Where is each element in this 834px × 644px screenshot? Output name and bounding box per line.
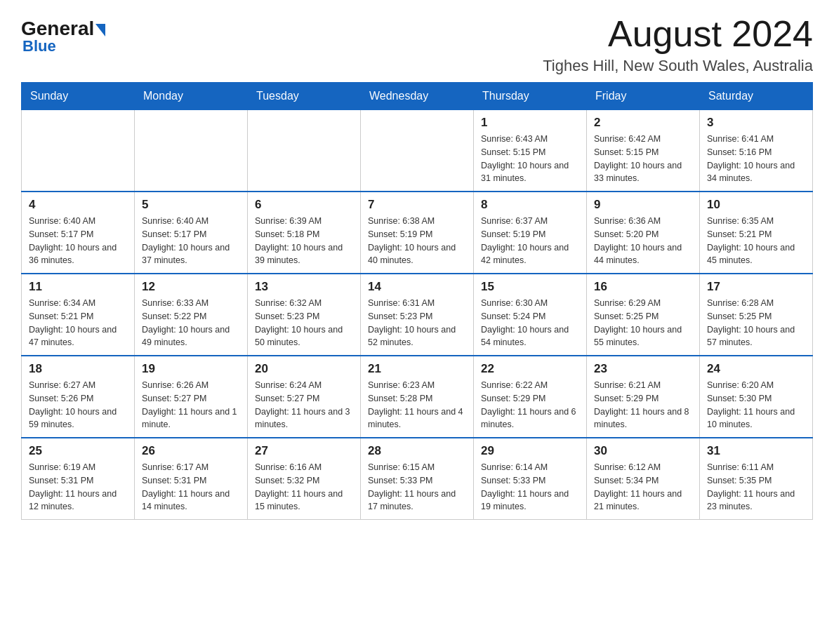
calendar-cell: 13Sunrise: 6:32 AM Sunset: 5:23 PM Dayli… [248, 274, 361, 356]
day-number: 23 [594, 362, 692, 376]
day-info: Sunrise: 6:19 AM Sunset: 5:31 PM Dayligh… [29, 461, 127, 514]
calendar-cell: 9Sunrise: 6:36 AM Sunset: 5:20 PM Daylig… [587, 192, 700, 274]
calendar-cell: 20Sunrise: 6:24 AM Sunset: 5:27 PM Dayli… [248, 356, 361, 438]
calendar-cell: 12Sunrise: 6:33 AM Sunset: 5:22 PM Dayli… [135, 274, 248, 356]
day-number: 28 [368, 444, 466, 458]
day-info: Sunrise: 6:15 AM Sunset: 5:33 PM Dayligh… [368, 461, 466, 514]
day-number: 18 [29, 362, 127, 376]
day-info: Sunrise: 6:17 AM Sunset: 5:31 PM Dayligh… [142, 461, 240, 514]
day-info: Sunrise: 6:40 AM Sunset: 5:17 PM Dayligh… [29, 215, 127, 267]
day-number: 19 [142, 362, 240, 376]
day-number: 2 [594, 116, 692, 130]
day-number: 9 [594, 198, 692, 212]
calendar-header-tuesday: Tuesday [248, 83, 361, 110]
day-number: 21 [368, 362, 466, 376]
day-number: 6 [255, 198, 353, 212]
day-number: 12 [142, 280, 240, 294]
calendar-header-saturday: Saturday [700, 83, 813, 110]
day-number: 22 [481, 362, 579, 376]
day-info: Sunrise: 6:26 AM Sunset: 5:27 PM Dayligh… [142, 379, 240, 431]
day-info: Sunrise: 6:37 AM Sunset: 5:19 PM Dayligh… [481, 215, 579, 267]
calendar-cell: 28Sunrise: 6:15 AM Sunset: 5:33 PM Dayli… [361, 438, 474, 520]
day-number: 30 [594, 444, 692, 458]
day-number: 16 [594, 280, 692, 294]
day-info: Sunrise: 6:28 AM Sunset: 5:25 PM Dayligh… [707, 297, 805, 349]
day-info: Sunrise: 6:34 AM Sunset: 5:21 PM Dayligh… [29, 297, 127, 349]
calendar-cell: 6Sunrise: 6:39 AM Sunset: 5:18 PM Daylig… [248, 192, 361, 274]
day-info: Sunrise: 6:42 AM Sunset: 5:15 PM Dayligh… [594, 133, 692, 185]
day-info: Sunrise: 6:38 AM Sunset: 5:19 PM Dayligh… [368, 215, 466, 267]
calendar-cell: 19Sunrise: 6:26 AM Sunset: 5:27 PM Dayli… [135, 356, 248, 438]
day-number: 26 [142, 444, 240, 458]
location-title: Tighes Hill, New South Wales, Australia [543, 57, 813, 75]
calendar-header-row: SundayMondayTuesdayWednesdayThursdayFrid… [22, 83, 813, 110]
day-number: 14 [368, 280, 466, 294]
calendar-table: SundayMondayTuesdayWednesdayThursdayFrid… [21, 82, 813, 520]
calendar-cell: 23Sunrise: 6:21 AM Sunset: 5:29 PM Dayli… [587, 356, 700, 438]
day-info: Sunrise: 6:43 AM Sunset: 5:15 PM Dayligh… [481, 133, 579, 185]
day-info: Sunrise: 6:22 AM Sunset: 5:29 PM Dayligh… [481, 379, 579, 431]
calendar-header-thursday: Thursday [474, 83, 587, 110]
calendar-header-friday: Friday [587, 83, 700, 110]
day-info: Sunrise: 6:11 AM Sunset: 5:35 PM Dayligh… [707, 461, 805, 514]
calendar-cell: 25Sunrise: 6:19 AM Sunset: 5:31 PM Dayli… [22, 438, 135, 520]
day-number: 7 [368, 198, 466, 212]
day-info: Sunrise: 6:35 AM Sunset: 5:21 PM Dayligh… [707, 215, 805, 267]
calendar-cell: 3Sunrise: 6:41 AM Sunset: 5:16 PM Daylig… [700, 110, 813, 192]
day-info: Sunrise: 6:16 AM Sunset: 5:32 PM Dayligh… [255, 461, 353, 514]
day-number: 25 [29, 444, 127, 458]
day-info: Sunrise: 6:29 AM Sunset: 5:25 PM Dayligh… [594, 297, 692, 349]
calendar-cell: 29Sunrise: 6:14 AM Sunset: 5:33 PM Dayli… [474, 438, 587, 520]
page-header: General Blue August 2024 Tighes Hill, Ne… [21, 14, 813, 75]
calendar-cell: 10Sunrise: 6:35 AM Sunset: 5:21 PM Dayli… [700, 192, 813, 274]
day-number: 1 [481, 116, 579, 130]
calendar-cell: 2Sunrise: 6:42 AM Sunset: 5:15 PM Daylig… [587, 110, 700, 192]
calendar-cell: 27Sunrise: 6:16 AM Sunset: 5:32 PM Dayli… [248, 438, 361, 520]
calendar-cell: 22Sunrise: 6:22 AM Sunset: 5:29 PM Dayli… [474, 356, 587, 438]
month-title: August 2024 [543, 14, 813, 54]
day-number: 20 [255, 362, 353, 376]
day-number: 15 [481, 280, 579, 294]
day-info: Sunrise: 6:21 AM Sunset: 5:29 PM Dayligh… [594, 379, 692, 431]
calendar-cell: 11Sunrise: 6:34 AM Sunset: 5:21 PM Dayli… [22, 274, 135, 356]
calendar-cell: 14Sunrise: 6:31 AM Sunset: 5:23 PM Dayli… [361, 274, 474, 356]
calendar-cell: 16Sunrise: 6:29 AM Sunset: 5:25 PM Dayli… [587, 274, 700, 356]
day-number: 17 [707, 280, 805, 294]
day-number: 5 [142, 198, 240, 212]
calendar-week-1: 1Sunrise: 6:43 AM Sunset: 5:15 PM Daylig… [22, 110, 813, 192]
day-info: Sunrise: 6:12 AM Sunset: 5:34 PM Dayligh… [594, 461, 692, 514]
calendar-cell: 1Sunrise: 6:43 AM Sunset: 5:15 PM Daylig… [474, 110, 587, 192]
calendar-cell: 21Sunrise: 6:23 AM Sunset: 5:28 PM Dayli… [361, 356, 474, 438]
calendar-cell: 26Sunrise: 6:17 AM Sunset: 5:31 PM Dayli… [135, 438, 248, 520]
calendar-cell [248, 110, 361, 192]
day-number: 10 [707, 198, 805, 212]
day-info: Sunrise: 6:36 AM Sunset: 5:20 PM Dayligh… [594, 215, 692, 267]
day-info: Sunrise: 6:39 AM Sunset: 5:18 PM Dayligh… [255, 215, 353, 267]
day-info: Sunrise: 6:32 AM Sunset: 5:23 PM Dayligh… [255, 297, 353, 349]
calendar-cell: 24Sunrise: 6:20 AM Sunset: 5:30 PM Dayli… [700, 356, 813, 438]
calendar-cell [135, 110, 248, 192]
day-number: 4 [29, 198, 127, 212]
day-number: 24 [707, 362, 805, 376]
day-number: 8 [481, 198, 579, 212]
day-info: Sunrise: 6:31 AM Sunset: 5:23 PM Dayligh… [368, 297, 466, 349]
logo-blue-label: Blue [21, 37, 56, 55]
logo-arrow-icon [95, 24, 105, 36]
day-info: Sunrise: 6:14 AM Sunset: 5:33 PM Dayligh… [481, 461, 579, 514]
calendar-cell [361, 110, 474, 192]
day-number: 31 [707, 444, 805, 458]
calendar-cell: 5Sunrise: 6:40 AM Sunset: 5:17 PM Daylig… [135, 192, 248, 274]
day-number: 29 [481, 444, 579, 458]
day-number: 3 [707, 116, 805, 130]
day-info: Sunrise: 6:20 AM Sunset: 5:30 PM Dayligh… [707, 379, 805, 431]
calendar-header-sunday: Sunday [22, 83, 135, 110]
day-info: Sunrise: 6:41 AM Sunset: 5:16 PM Dayligh… [707, 133, 805, 185]
calendar-cell: 30Sunrise: 6:12 AM Sunset: 5:34 PM Dayli… [587, 438, 700, 520]
day-number: 11 [29, 280, 127, 294]
calendar-cell: 4Sunrise: 6:40 AM Sunset: 5:17 PM Daylig… [22, 192, 135, 274]
day-info: Sunrise: 6:30 AM Sunset: 5:24 PM Dayligh… [481, 297, 579, 349]
calendar-week-3: 11Sunrise: 6:34 AM Sunset: 5:21 PM Dayli… [22, 274, 813, 356]
calendar-cell: 17Sunrise: 6:28 AM Sunset: 5:25 PM Dayli… [700, 274, 813, 356]
title-block: August 2024 Tighes Hill, New South Wales… [543, 14, 813, 75]
day-number: 27 [255, 444, 353, 458]
